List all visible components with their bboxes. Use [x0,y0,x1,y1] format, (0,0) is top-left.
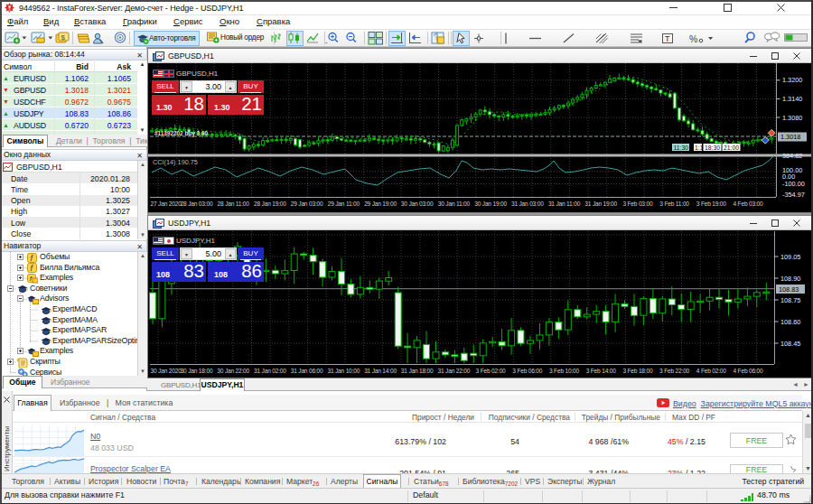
svg-text:30 Jan 2020: 30 Jan 2020 [151,368,182,374]
svg-text:108.90: 108.90 [780,275,800,283]
svg-text:108.75: 108.75 [780,296,800,304]
svg-text:28 Jan 03:00: 28 Jan 03:00 [181,201,213,207]
svg-text:29 Jan 03:00: 29 Jan 03:00 [291,201,323,207]
svg-text:27 Jan 2020: 27 Jan 2020 [151,201,182,207]
svg-text:31 Jan 03:00: 31 Jan 03:00 [511,201,544,207]
svg-text:31 Jan 19:00: 31 Jan 19:00 [584,201,617,207]
svg-text:3 Feb 11:00: 3 Feb 11:00 [659,201,689,207]
svg-text:30 Jan 18:00: 30 Jan 18:00 [181,368,213,374]
svg-text:$: $ [61,33,66,42]
svg-text:1.3080: 1.3080 [782,114,802,122]
svg-text:31 Jan 06:00: 31 Jan 06:00 [291,368,323,374]
svg-text:384.82: 384.82 [782,152,802,160]
svg-text:1.3200: 1.3200 [782,76,802,84]
svg-text:4 Feb 06:00: 4 Feb 06:00 [734,368,764,374]
svg-text:30 Jan 19:00: 30 Jan 19:00 [474,201,507,207]
svg-text:30 Jan 22:00: 30 Jan 22:00 [217,368,249,374]
svg-text:21:00: 21:00 [724,145,739,151]
svg-text:-100.00: -100.00 [782,180,805,188]
svg-text:28 Jan 11:00: 28 Jan 11:00 [218,201,250,207]
svg-text:28 Jan 19:00: 28 Jan 19:00 [254,201,286,207]
svg-text:30 Jan 03:00: 30 Jan 03:00 [401,201,434,207]
svg-text:3 Feb 22:00: 3 Feb 22:00 [659,368,690,374]
svg-text:108.83: 108.83 [779,285,799,294]
svg-text:#11392202 buy 3.00: #11392202 buy 3.00 [154,130,208,137]
svg-text:1.3018: 1.3018 [780,133,800,141]
svg-text:31 Jan 22:00: 31 Jan 22:00 [438,368,471,374]
svg-text:3 Feb 10:00: 3 Feb 10:00 [549,368,580,374]
svg-text:31 Jan 18:00: 31 Jan 18:00 [401,368,434,374]
svg-text:29 Jan 19:00: 29 Jan 19:00 [364,201,397,207]
svg-text:31 Jan 14:00: 31 Jan 14:00 [364,368,397,374]
svg-text:CCI(14) 190.75: CCI(14) 190.75 [153,158,198,166]
svg-text:T: T [665,34,670,43]
svg-text:31 Jan 10:00: 31 Jan 10:00 [327,368,360,374]
svg-text:29 Jan 11:00: 29 Jan 11:00 [328,201,360,207]
svg-text:30 Jan 11:00: 30 Jan 11:00 [438,201,471,207]
svg-text:31 Jan 11:00: 31 Jan 11:00 [548,201,581,207]
svg-text:18:30: 18:30 [705,145,720,151]
svg-text:11:30: 11:30 [674,145,689,151]
svg-text:1.3140: 1.3140 [782,95,802,103]
svg-text:3 Feb 06:00: 3 Feb 06:00 [512,368,543,374]
svg-text:31 Jan 02:00: 31 Jan 02:00 [254,368,286,374]
svg-text:3 Feb 14:00: 3 Feb 14:00 [586,368,617,374]
svg-text:4 Feb 03:00: 4 Feb 03:00 [734,201,764,207]
svg-text:108.45: 108.45 [780,340,800,348]
svg-text:109.05: 109.05 [780,253,800,261]
svg-text:4 Feb 02:00: 4 Feb 02:00 [696,368,727,374]
svg-text:%: % [689,33,697,44]
svg-text:3 Feb 19:00: 3 Feb 19:00 [696,201,727,207]
svg-text:3 Feb 02:00: 3 Feb 02:00 [476,368,507,374]
svg-text:-354.97: -354.97 [782,191,805,199]
svg-text:3 Feb 18:00: 3 Feb 18:00 [622,368,653,374]
svg-text:3 Feb 03:00: 3 Feb 03:00 [622,201,653,207]
svg-text:1:1: 1:1 [695,145,704,151]
svg-text:108.60: 108.60 [780,318,800,326]
